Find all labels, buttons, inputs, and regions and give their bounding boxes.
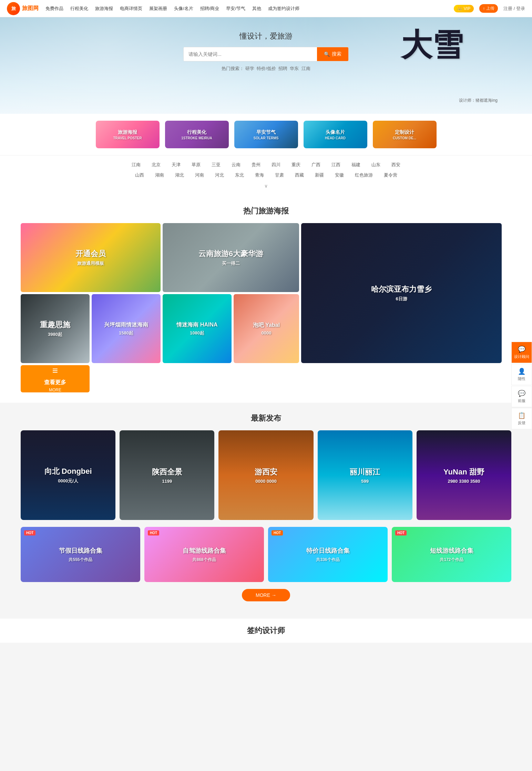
- region-hebei[interactable]: 河北: [209, 170, 229, 180]
- latest-item-0[interactable]: 向北 Dongbei 0000元/人: [21, 430, 115, 520]
- region-beijing[interactable]: 北京: [146, 160, 166, 170]
- region-guangxi[interactable]: 广西: [306, 160, 326, 170]
- cat-title-3: 头像名片: [326, 129, 345, 136]
- tool-label-3: 反馈: [514, 420, 530, 425]
- hot-item-0[interactable]: 研学: [245, 66, 254, 71]
- tool-message[interactable]: 💬 前服: [511, 386, 532, 407]
- cat-title-1: 行程美化: [187, 129, 206, 136]
- region-tibet[interactable]: 西藏: [289, 170, 309, 180]
- poster-item-0[interactable]: 开通会员 旅游通用模板: [21, 223, 161, 292]
- latest-item-1[interactable]: 陕西全景 1199: [120, 430, 214, 520]
- hot-item-1[interactable]: 特价/低价: [257, 66, 276, 71]
- region-qinghai[interactable]: 青海: [249, 170, 269, 180]
- nav-morning[interactable]: 早安/节气: [226, 6, 245, 12]
- tool-feedback[interactable]: 📋 反馈: [511, 408, 532, 429]
- view-more-sub: MORE: [49, 388, 61, 392]
- collection-count-2: 共336个作品: [316, 557, 339, 563]
- region-shanxi[interactable]: 山西: [130, 170, 150, 180]
- region-gansu[interactable]: 甘肃: [269, 170, 289, 180]
- hot-posters-section: 热门旅游海报 开通会员 旅游通用模板 云南旅游6大豪华游 买一得二 哈尔滨亚布力…: [0, 196, 532, 403]
- poster-item-3[interactable]: 重趣思施 3980起: [21, 294, 90, 363]
- region-chongqing[interactable]: 重庆: [286, 160, 306, 170]
- cat-itinerary[interactable]: 行程美化 1STROKE MEIRUA: [165, 121, 229, 148]
- cat-avatar[interactable]: 头像名片 HEAD CARD: [304, 121, 367, 148]
- region-northeast[interactable]: 东北: [229, 170, 249, 180]
- nav-avatar[interactable]: 头像/名片: [174, 6, 193, 12]
- nav-other[interactable]: 其他: [252, 6, 261, 12]
- region-hubei[interactable]: 湖北: [170, 170, 190, 180]
- expand-regions-button[interactable]: ∨: [21, 180, 511, 191]
- poster-item-1[interactable]: 云南旅游6大豪华游 买一得二: [163, 223, 299, 292]
- hot-item-3[interactable]: 华东: [290, 66, 299, 71]
- nav-travel-poster[interactable]: 旅游海报: [95, 6, 113, 12]
- vip-label: VIP: [464, 6, 470, 11]
- search-button[interactable]: 🔍 搜索: [317, 47, 348, 61]
- poster-item-4[interactable]: 兴坪烟雨情迷海南 1580起: [92, 294, 161, 363]
- region-guizhou[interactable]: 贵州: [246, 160, 266, 170]
- latest-text-2: 游西安: [255, 467, 277, 477]
- hot-item-2[interactable]: 招聘: [278, 66, 287, 71]
- cat-solar-terms[interactable]: 早安节气 SOLAR TERMS: [234, 121, 298, 148]
- latest-item-2[interactable]: 游西安 0000 0000: [218, 430, 313, 520]
- poster-item-5[interactable]: 情迷海南 HAINA 1080起: [163, 294, 232, 363]
- upload-button[interactable]: ↑ 上传: [479, 4, 498, 13]
- poster-item-2[interactable]: 哈尔滨亚布力雪乡 6日游: [301, 223, 502, 363]
- collection-item-3[interactable]: HOT 短线游线路合集 共172个作品: [392, 527, 511, 582]
- latest-sub-3: 599: [361, 479, 369, 484]
- logo[interactable]: 旅 旅图网: [7, 2, 39, 15]
- region-anhui[interactable]: 安徽: [329, 170, 349, 180]
- more-button[interactable]: MORE →: [242, 589, 290, 601]
- crown-icon: 👑: [457, 6, 462, 11]
- cat-subtitle-1: 1STROKE MEIRUA: [181, 136, 212, 140]
- navbar: 旅 旅图网 免费作品 行程美化 旅游海报 电商详情页 展架画册 头像/名片 招聘…: [0, 0, 532, 17]
- layers-icon: ≡: [52, 365, 58, 376]
- region-fujian[interactable]: 福建: [346, 160, 366, 170]
- hot-item-4[interactable]: 江南: [301, 66, 310, 71]
- region-shandong[interactable]: 山东: [366, 160, 386, 170]
- region-jiangxi[interactable]: 江西: [326, 160, 346, 170]
- region-tianjin[interactable]: 天津: [166, 160, 186, 170]
- region-xinjiang[interactable]: 新疆: [309, 170, 329, 180]
- latest-item-3[interactable]: 丽川丽江 599: [318, 430, 412, 520]
- nav-recruitment[interactable]: 招聘/商业: [200, 6, 219, 12]
- latest-section: 最新发布 向北 Dongbei 0000元/人 陕西全景 1199 游西安 00…: [0, 403, 532, 619]
- nav-itinerary[interactable]: 行程美化: [70, 6, 88, 12]
- region-red-tourism[interactable]: 红色旅游: [349, 170, 378, 180]
- poster-item-6[interactable]: 泡吧 Yabal 0000: [234, 294, 299, 363]
- search-bar: 🔍 搜索: [183, 47, 349, 61]
- region-henan[interactable]: 河南: [190, 170, 209, 180]
- collection-item-0[interactable]: HOT 节假日线路合集 共555个作品: [21, 527, 140, 582]
- cat-subtitle-4: CUSTOM DE...: [393, 136, 416, 140]
- cat-travel-poster[interactable]: 旅游海报 TRAVEL POSTER: [96, 121, 160, 148]
- cat-subtitle-3: HEAD CARD: [325, 136, 346, 140]
- nav-ecommerce[interactable]: 电商详情页: [120, 6, 142, 12]
- search-input[interactable]: [184, 47, 317, 61]
- vip-button[interactable]: 👑 VIP: [454, 5, 474, 12]
- region-grassland[interactable]: 草原: [186, 160, 206, 170]
- region-sichuan[interactable]: 四川: [266, 160, 286, 170]
- collection-item-1[interactable]: HOT 自驾游线路合集 共868个作品: [144, 527, 264, 582]
- search-btn-label: 搜索: [332, 51, 341, 57]
- poster-sub-text-1: 买一得二: [222, 260, 240, 267]
- latest-text-0: 向北 Dongbei: [44, 466, 92, 477]
- cat-subtitle-0: TRAVEL POSTER: [113, 136, 142, 140]
- collection-title-2: 特价日线路合集: [306, 547, 350, 555]
- cat-custom[interactable]: 定制设计 CUSTOM DE...: [373, 121, 437, 148]
- tool-profile[interactable]: 👤 随性: [511, 364, 532, 385]
- region-hunan[interactable]: 湖南: [150, 170, 170, 180]
- cat-title-4: 定制设计: [395, 129, 414, 136]
- nav-exhibition[interactable]: 展架画册: [149, 6, 167, 12]
- login-button[interactable]: 注册 / 登录: [503, 6, 525, 12]
- nav-designer[interactable]: 成为签约设计师: [268, 6, 299, 12]
- latest-item-4[interactable]: YuNan 甜野 2980 3380 3580: [417, 430, 511, 520]
- poster-sub-text-3: 3980起: [48, 331, 62, 338]
- tool-design-consultant[interactable]: 💬 设计顾问: [511, 342, 532, 363]
- region-summer-camp[interactable]: 夏令营: [378, 170, 403, 180]
- nav-free-works[interactable]: 免费作品: [45, 6, 63, 12]
- collection-item-2[interactable]: HOT 特价日线路合集 共336个作品: [268, 527, 388, 582]
- region-jiangnan[interactable]: 江南: [126, 160, 146, 170]
- view-more-button[interactable]: ≡ 查看更多 MORE: [21, 365, 90, 392]
- region-xian[interactable]: 西安: [386, 160, 406, 170]
- region-sanya[interactable]: 三亚: [206, 160, 226, 170]
- region-yunnan[interactable]: 云南: [226, 160, 246, 170]
